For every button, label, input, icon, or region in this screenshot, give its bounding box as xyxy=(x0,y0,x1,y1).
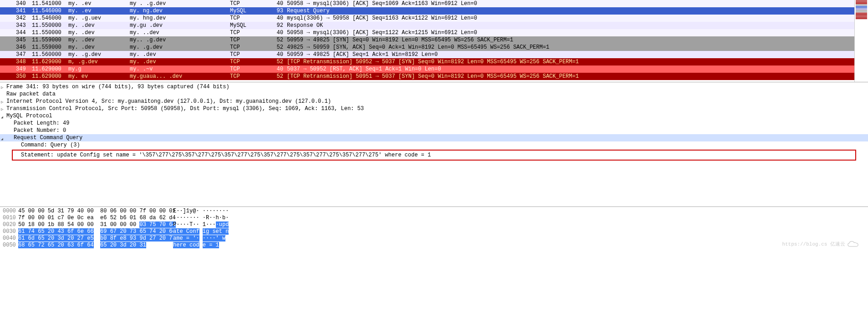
hex-offset: 0000 xyxy=(0,208,18,215)
packet-row[interactable]: 35011.629000my. evmy.guaua... .devTCP52[… xyxy=(0,73,854,80)
col-time: 11.629000 xyxy=(32,73,68,80)
minimap-bar[interactable] xyxy=(856,15,867,16)
col-info: 50959 → 49825 [SYN] Seq=0 Win=8192 Len=0… xyxy=(287,36,854,44)
packet-row[interactable]: 34811.629000m, .g.devmy. .devTCP52[TCP R… xyxy=(0,58,854,65)
hex-line[interactable]: 00107f 00 00 01 c7 0e 0c ea e6 52 b6 01 … xyxy=(0,215,868,221)
minimap-bar[interactable] xyxy=(856,9,867,10)
col-destination: my . .g.dev xyxy=(130,0,230,7)
tree-packet-length: Packet Length: 49 xyxy=(0,120,868,127)
hex-line[interactable]: 004061 6d 65 20 3d 20 27 e5 b0 8f e8 93 … xyxy=(0,235,868,242)
col-protocol: TCP xyxy=(230,65,266,73)
col-length: 40 xyxy=(266,29,287,36)
col-time: 11.550000 xyxy=(32,29,68,36)
col-time: 11.541000 xyxy=(32,0,68,7)
col-source: my. .ev xyxy=(68,7,130,15)
packet-row[interactable]: 34511.559000my. .devmy.. .g.devTCP525095… xyxy=(0,36,854,44)
col-info: 5037 → 50952 [RST, ACK] Seq=1 Ack=1 Win=… xyxy=(287,65,854,73)
col-info: [TCP Retransmission] 50952 → 5037 [SYN] … xyxy=(287,58,854,65)
tree-packet-number: Packet Number: 0 xyxy=(0,127,868,134)
hex-offset: 0020 xyxy=(0,221,18,228)
packet-row[interactable]: 34311.550000my. .devmy.gu .devMySQL92Res… xyxy=(0,22,854,29)
hex-dump-panel[interactable]: 000045 00 00 5d 31 79 40 00 80 06 00 00 … xyxy=(0,207,868,250)
col-length: 52 xyxy=(266,44,287,51)
hex-line[interactable]: 002050 18 00 1b 88 54 00 00 31 00 00 00 … xyxy=(0,221,868,228)
col-destination: my. .~v xyxy=(130,65,230,73)
col-source: my. ev xyxy=(68,73,130,80)
minimap-bar[interactable] xyxy=(856,13,867,14)
col-info: 50958 → mysql(3306) [ACK] Seq=1122 Ack=1… xyxy=(287,29,854,36)
col-source: m, .g.dev xyxy=(68,58,130,65)
col-no: 343 xyxy=(0,22,32,29)
minimap-bar[interactable] xyxy=(856,5,867,5)
col-info: Request Query xyxy=(287,7,854,15)
tree-ip[interactable]: Internet Protocol Version 4, Src: my.gua… xyxy=(0,98,868,105)
minimap-bar[interactable] xyxy=(856,18,867,19)
col-source: my. .g.uev xyxy=(68,15,130,22)
col-time: 11.629000 xyxy=(32,58,68,65)
packet-row[interactable]: 34611.559000my. .devmy. .g.devTCP5249825… xyxy=(0,44,854,51)
tree-frame[interactable]: Frame 341: 93 bytes on wire (744 bits), … xyxy=(0,83,868,91)
col-protocol: TCP xyxy=(230,51,266,58)
minimap-bar[interactable] xyxy=(856,17,867,18)
col-no: 348 xyxy=(0,58,32,65)
minimap-bar[interactable] xyxy=(856,3,867,4)
col-no: 349 xyxy=(0,65,32,73)
packet-row[interactable]: 34011.541000my. .evmy . .g.devTCP4050958… xyxy=(0,0,854,7)
col-info: 50959 → 49825 [ACK] Seq=1 Ack=1 Win=8192… xyxy=(287,51,854,58)
minimap[interactable] xyxy=(854,0,868,82)
tree-tcp[interactable]: Transmission Control Protocol, Src Port:… xyxy=(0,105,868,112)
packet-row[interactable]: 34211.546000my. .g.uevmy. hng.devTCP40my… xyxy=(0,15,854,22)
hex-line[interactable]: 005068 65 72 65 20 63 6f 64 65 20 3d 20 … xyxy=(0,242,868,249)
col-destination: my. ng.dev xyxy=(130,7,230,15)
tree-request-command[interactable]: Request Command Query xyxy=(0,134,868,141)
col-no: 345 xyxy=(0,36,32,44)
minimap-bar[interactable] xyxy=(856,6,867,7)
minimap-bar[interactable] xyxy=(856,11,867,12)
col-info: 49825 → 50959 [SYN, ACK] Seq=0 Ack=1 Win… xyxy=(287,44,854,51)
minimap-bar[interactable] xyxy=(856,0,867,1)
hex-line[interactable]: 000045 00 00 5d 31 79 40 00 80 06 00 00 … xyxy=(0,208,868,215)
col-length: 92 xyxy=(266,22,287,29)
col-length: 40 xyxy=(266,51,287,58)
minimap-bar[interactable] xyxy=(856,2,867,3)
col-protocol: TCP xyxy=(230,0,266,7)
packet-list-panel: 34011.541000my. .evmy . .g.devTCP4050958… xyxy=(0,0,868,82)
hex-offset: 0050 xyxy=(0,242,18,249)
col-destination: my. .dev xyxy=(130,51,230,58)
minimap-bar[interactable] xyxy=(856,10,867,11)
hex-line[interactable]: 003061 74 65 20 43 6f 6e 66 69 67 20 73 … xyxy=(0,228,868,235)
minimap-bar[interactable] xyxy=(856,14,867,15)
col-source: my. .dev xyxy=(68,36,130,44)
col-time: 11.550000 xyxy=(32,22,68,29)
col-info: [TCP Retransmission] 50951 → 5037 [SYN] … xyxy=(287,73,854,80)
col-source: my. .dev xyxy=(68,22,130,29)
col-destination: my. .dev xyxy=(130,58,230,65)
col-length: 40 xyxy=(266,0,287,7)
col-time: 11.559000 xyxy=(32,36,68,44)
packet-details-panel: Frame 341: 93 bytes on wire (744 bits), … xyxy=(0,82,868,207)
col-source: my. .ev xyxy=(68,0,130,7)
col-source: my. .dev xyxy=(68,29,130,36)
col-source: my. .dev xyxy=(68,44,130,51)
col-no: 350 xyxy=(0,73,32,80)
col-info: 50958 → mysql(3306) [ACK] Seq=1069 Ack=1… xyxy=(287,0,854,7)
tree-raw: Raw packet data xyxy=(0,91,868,98)
packet-row[interactable]: 34111.546000my. .evmy. ng.devMySQL93Requ… xyxy=(0,7,854,15)
col-time: 11.546000 xyxy=(32,15,68,22)
col-destination: my. hng.dev xyxy=(130,15,230,22)
packet-row[interactable]: 34411.550000my. .devmy. ..devTCP4050958 … xyxy=(0,29,854,36)
packet-rows[interactable]: 34011.541000my. .evmy . .g.devTCP4050958… xyxy=(0,0,854,82)
col-protocol: MySQL xyxy=(230,22,266,29)
minimap-bar[interactable] xyxy=(856,7,867,8)
statement-highlight-box: Statement: update Config set name = '\35… xyxy=(12,150,856,161)
tree-mysql[interactable]: MySQL Protocol xyxy=(0,112,868,120)
hex-offset: 0040 xyxy=(0,235,18,242)
col-protocol: MySQL xyxy=(230,7,266,15)
col-no: 346 xyxy=(0,44,32,51)
col-destination: my. .g.dev xyxy=(130,44,230,51)
packet-row[interactable]: 34711.560000my. .g.devmy. .devTCP4050959… xyxy=(0,51,854,58)
tree-statement: Statement: update Config set name = '\35… xyxy=(21,151,847,159)
watermark: https://blog.cs 亿速云 xyxy=(782,241,859,248)
packet-row[interactable]: 34911.629000my.g my. .~vTCP405037 → 5095… xyxy=(0,65,854,73)
col-info: mysql(3306) → 50958 [ACK] Seq=1163 Ack=1… xyxy=(287,15,854,22)
